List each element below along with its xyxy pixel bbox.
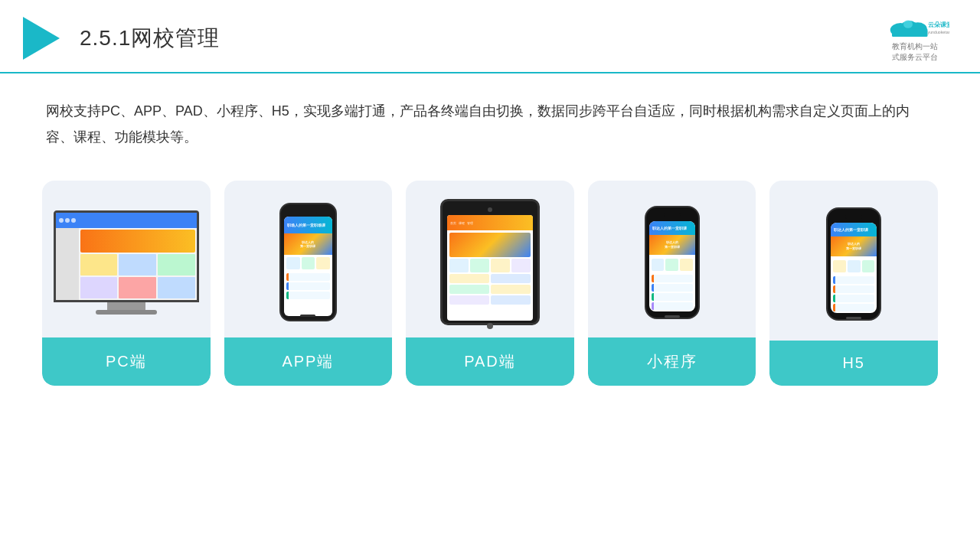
app-image-area: 职场人的第一堂职场课 职达人的第一堂职课 (224, 181, 393, 337)
header-left: 2.5.1网校管理 (23, 17, 220, 60)
h5-mockup: 职达人的第一堂职课 职达人的第一堂职课 (826, 207, 881, 321)
miniprogram-label: 小程序 (588, 337, 756, 386)
page-title: 2.5.1网校管理 (80, 24, 220, 53)
svg-rect-3 (892, 29, 928, 37)
pc-image-area (42, 181, 211, 337)
brand-logo: 云朵课堂 yunduoketang.com 教育机构一站 式服务云平台 (880, 14, 949, 63)
card-pc: PC端 (42, 181, 211, 386)
card-h5: 职达人的第一堂职课 职达人的第一堂职课 (769, 181, 938, 386)
h5-label: H5 (769, 341, 938, 386)
description-text: 网校支持PC、APP、PAD、小程序、H5，实现多端打通，产品各终端自由切换，数… (0, 73, 980, 165)
svg-text:yunduoketang.com: yunduoketang.com (928, 30, 950, 34)
pad-label: PAD端 (406, 337, 574, 386)
app-mockup: 职场人的第一堂职场课 职达人的第一堂职课 (279, 203, 337, 321)
svg-text:云朵课堂: 云朵课堂 (928, 21, 950, 28)
logo-tagline: 教育机构一站 式服务云平台 (892, 41, 938, 63)
card-pad: 首页 课程 管理 (406, 181, 574, 386)
pc-label: PC端 (42, 337, 211, 386)
h5-image-area: 职达人的第一堂职课 职达人的第一堂职课 (769, 181, 938, 341)
header: 2.5.1网校管理 云朵课堂 yunduoketang.com 教育机构一站 式… (0, 0, 980, 73)
svg-point-4 (903, 20, 913, 28)
cards-container: PC端 职场人的第一堂职场课 职达人的第一堂职课 (0, 165, 980, 386)
card-app: 职场人的第一堂职场课 职达人的第一堂职课 (224, 181, 393, 386)
miniprogram-mockup: 职达人的第一堂职课 职达人的第一堂职课 (645, 206, 700, 319)
card-miniprogram: 职达人的第一堂职课 职达人的第一堂职课 (588, 181, 756, 386)
app-label: APP端 (224, 337, 393, 386)
miniprogram-image-area: 职达人的第一堂职课 职达人的第一堂职课 (588, 181, 756, 337)
cloud-logo-svg: 云朵课堂 yunduoketang.com (880, 14, 949, 40)
pc-mockup (54, 210, 199, 315)
pad-image-area: 首页 课程 管理 (406, 181, 574, 337)
play-icon (23, 17, 60, 60)
pad-mockup: 首页 课程 管理 (440, 199, 540, 325)
